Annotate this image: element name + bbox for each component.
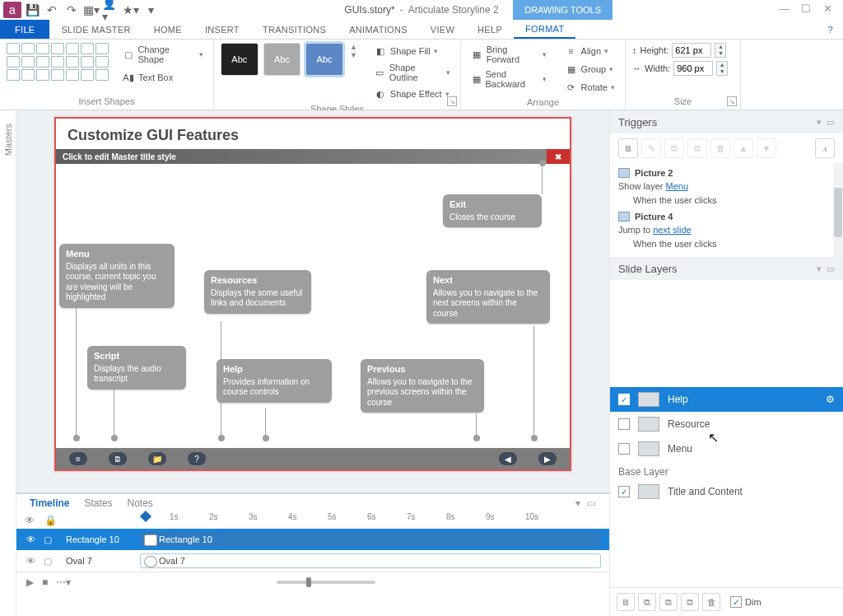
save-icon[interactable]: 💾 [23, 2, 41, 18]
timeline-object-name[interactable]: Rectangle 10 [66, 534, 140, 544]
tab-slide-master[interactable]: SLIDE MASTER [49, 20, 142, 39]
dialog-launcher-icon[interactable]: ↘ [727, 96, 737, 106]
nav-script-icon[interactable]: 🗎 [109, 452, 127, 465]
panel-collapse-icon[interactable]: ▾ [817, 264, 822, 274]
triggers-list[interactable]: Picture 2 Show layer Menu When the user … [610, 168, 833, 257]
callout-menu[interactable]: MenuDisplays all units in this course, c… [59, 244, 175, 308]
layer-name[interactable]: Title and Content [668, 486, 743, 497]
canvas-area[interactable]: Customize GUI Features Click to edit Mas… [16, 110, 609, 492]
trigger-up-icon[interactable]: ▲ [734, 138, 753, 158]
width-spinner[interactable]: ▲▼ [716, 61, 728, 76]
layer-visibility-checkbox[interactable]: ✓ [618, 486, 630, 497]
lock-icon[interactable]: ▢ [44, 556, 52, 567]
undo-icon[interactable]: ↶ [43, 2, 61, 18]
panel-collapse-icon[interactable]: ▾ [817, 117, 822, 128]
lock-icon[interactable]: ▢ [44, 534, 52, 545]
shape-outline-button[interactable]: ▭Shape Outline [370, 61, 454, 84]
layer-paste-icon[interactable]: ⧉ [681, 593, 699, 611]
nav-previous-icon[interactable]: ◀ [499, 452, 517, 465]
visibility-icon[interactable]: 👁 [26, 556, 35, 567]
layer-duplicate-icon[interactable]: ⧉ [638, 593, 656, 611]
height-spinner[interactable]: ▲▼ [715, 43, 726, 58]
trigger-action[interactable]: Jump to next slide [618, 223, 825, 237]
timeline-object-name[interactable]: Oval 7 [66, 556, 140, 566]
trigger-link[interactable]: Menu [665, 181, 688, 191]
preview-icon[interactable]: ▦▾ [82, 2, 100, 18]
trigger-object[interactable]: Picture 4 [618, 212, 825, 222]
panel-collapse-icon[interactable]: ▾ [575, 497, 580, 509]
help-button-icon[interactable]: ? [817, 20, 843, 39]
trigger-paste-icon[interactable]: ⧉ [687, 138, 707, 158]
nav-menu-icon[interactable]: ≡ [69, 452, 87, 465]
app-icon[interactable]: a [3, 2, 21, 18]
timeline-bar[interactable]: Rectangle 10 [140, 532, 601, 547]
dim-checkbox[interactable]: ✓ [730, 596, 742, 608]
trigger-action[interactable]: Show layer Menu [618, 180, 825, 194]
layer-row-base[interactable]: ✓ Title and Content [610, 479, 843, 504]
trigger-link[interactable]: next slide [653, 225, 691, 235]
timeline-zoom-slider[interactable] [277, 581, 375, 584]
width-input[interactable] [673, 61, 713, 76]
trigger-copy-icon[interactable]: ⧉ [664, 138, 684, 158]
callout-resources[interactable]: ResourcesDisplays the some useful links … [204, 270, 311, 314]
player-icon[interactable]: 👤▾ [102, 2, 120, 18]
send-backward-button[interactable]: ▦Send Backward [468, 68, 550, 91]
trigger-delete-icon[interactable]: 🗑 [710, 138, 730, 158]
layer-name[interactable]: Menu [668, 443, 692, 455]
trigger-new-icon[interactable]: 🗎 [618, 138, 638, 158]
callout-previous[interactable]: PreviousAllows you to navigate to the pr… [361, 359, 484, 413]
bring-forward-button[interactable]: ▦Bring Forward [468, 43, 550, 66]
align-button[interactable]: ≡Align [561, 43, 618, 59]
tab-view[interactable]: VIEW [419, 20, 466, 39]
style-tile[interactable]: Abc [263, 43, 301, 76]
panel-maximize-icon[interactable]: ▭ [827, 117, 835, 128]
shape-gallery[interactable] [7, 43, 109, 81]
tab-home[interactable]: HOME [142, 20, 193, 39]
panel-maximize-icon[interactable]: ▭ [827, 264, 835, 274]
nav-resources-icon[interactable]: 📁 [148, 452, 166, 465]
group-button[interactable]: ▦Group [561, 61, 618, 77]
visibility-icon[interactable]: 👁 [26, 534, 35, 545]
tab-format[interactable]: FORMAT [514, 20, 575, 39]
style-gallery-scroll[interactable]: ▲▼ [350, 43, 357, 59]
stop-icon[interactable]: ■ [42, 576, 48, 588]
height-input[interactable] [672, 43, 711, 58]
slide-canvas[interactable]: Customize GUI Features Click to edit Mas… [54, 117, 571, 471]
tab-file[interactable]: FILE [0, 20, 49, 39]
tab-transitions[interactable]: TRANSITIONS [251, 20, 338, 39]
layer-visibility-checkbox[interactable] [618, 443, 630, 455]
masters-side-tab[interactable]: Masters [0, 110, 16, 616]
publish-icon[interactable]: ★▾ [122, 2, 140, 18]
nav-next-icon[interactable]: ▶ [538, 452, 557, 465]
style-tile[interactable]: Abc [221, 43, 258, 76]
layer-visibility-checkbox[interactable]: ✓ [618, 394, 630, 405]
visibility-header-icon[interactable]: 👁 [25, 515, 35, 526]
close-icon[interactable]: ✕ [817, 0, 838, 16]
layer-copy-icon[interactable]: ⧉ [659, 593, 678, 611]
timeline-ruler[interactable]: 1s 2s 3s 4s 5s 6s 7s 8s 9s 10s [140, 512, 601, 529]
layer-row-help[interactable]: ✓ Help ⚙ [610, 387, 843, 412]
gear-icon[interactable]: ⚙ [826, 394, 835, 405]
timeline-menu-icon[interactable]: ⋯▾ [56, 576, 71, 588]
shape-fill-button[interactable]: ◧Shape Fill [370, 43, 454, 59]
trigger-down-icon[interactable]: ▼ [757, 138, 776, 158]
layer-row-menu[interactable]: Menu [610, 436, 843, 461]
shape-effect-button[interactable]: ◐Shape Effect [370, 86, 454, 102]
layer-name[interactable]: Resource [668, 418, 710, 430]
timeline-row[interactable]: 👁▢ Oval 7 Oval 7 [16, 550, 609, 572]
slide-heading[interactable]: Customize GUI Features [56, 119, 570, 149]
tab-states[interactable]: States [84, 497, 112, 509]
trigger-condition[interactable]: When the user clicks [633, 237, 825, 251]
panel-maximize-icon[interactable]: ▭ [587, 497, 596, 509]
layer-name[interactable]: Help [668, 394, 688, 405]
tab-insert[interactable]: INSERT [193, 20, 251, 39]
tab-animations[interactable]: ANIMATIONS [338, 20, 419, 39]
redo-icon[interactable]: ↷ [63, 2, 81, 18]
layer-new-icon[interactable]: 🗎 [617, 593, 635, 611]
lock-header-icon[interactable]: 🔒 [44, 515, 57, 526]
callout-help[interactable]: HelpProvides information on course contr… [217, 359, 332, 403]
tab-timeline[interactable]: Timeline [30, 497, 69, 509]
playhead-icon[interactable] [140, 511, 151, 522]
nav-help-icon[interactable]: ? [188, 452, 206, 465]
layer-delete-icon[interactable]: 🗑 [702, 593, 720, 611]
